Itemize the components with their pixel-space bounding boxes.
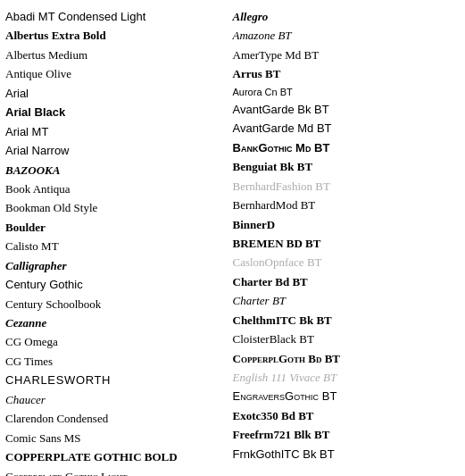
- font-item[interactable]: CloisterBlack BT: [233, 330, 453, 348]
- font-item[interactable]: Clarendon Condensed: [5, 409, 226, 428]
- font-item[interactable]: ChelthmITC Bk BT: [233, 311, 453, 330]
- font-item[interactable]: CaslonOpnface BT: [233, 253, 453, 271]
- font-item[interactable]: CG Times: [5, 352, 226, 371]
- font-item[interactable]: Arial: [5, 84, 226, 103]
- font-item[interactable]: AmerType Md BT: [233, 46, 453, 64]
- font-item[interactable]: Albertus Extra Bold: [5, 26, 226, 45]
- font-item[interactable]: CopperplGoth Bd BT: [233, 349, 453, 368]
- font-item[interactable]: BankGothic Md BT: [233, 138, 453, 157]
- font-item[interactable]: Arial Black: [5, 103, 226, 121]
- font-item[interactable]: Amazone BT: [233, 26, 453, 45]
- font-list-container: Abadi MT Condensed LightAlbertus Extra B…: [5, 7, 460, 476]
- font-item[interactable]: Chaucer: [5, 390, 226, 409]
- font-item[interactable]: AvantGarde Md BT: [233, 119, 453, 138]
- font-item[interactable]: Comic Sans MS: [5, 429, 226, 447]
- font-item[interactable]: Copperplate Gothic Light: [5, 467, 226, 477]
- font-item[interactable]: Benguiat Bk BT: [233, 157, 453, 176]
- font-item[interactable]: BinnerD: [233, 215, 453, 234]
- font-item[interactable]: BREMEN BD BT: [233, 234, 453, 253]
- font-item[interactable]: Charter Bd BT: [233, 272, 453, 291]
- font-item[interactable]: EngraversGothic BT: [233, 387, 453, 405]
- font-item[interactable]: Boulder: [5, 218, 226, 237]
- font-item[interactable]: COPPERPLATE GOTHIC BOLD: [5, 447, 226, 466]
- font-item[interactable]: Arial MT: [5, 122, 226, 141]
- font-item[interactable]: BernhardMod BT: [233, 196, 453, 214]
- font-column-left: Abadi MT Condensed LightAlbertus Extra B…: [5, 7, 233, 476]
- font-item[interactable]: Exotc350 Bd BT: [233, 406, 453, 425]
- font-item[interactable]: Calisto MT: [5, 237, 226, 255]
- font-item[interactable]: BernhardFashion BT: [233, 177, 453, 196]
- font-item[interactable]: CHARLESWORTH: [5, 371, 226, 389]
- font-item[interactable]: English 111 Vivace BT: [233, 368, 453, 387]
- font-item[interactable]: FrnkGothITC Bk BT: [233, 445, 453, 463]
- font-item[interactable]: Cezanne: [5, 313, 226, 332]
- font-item[interactable]: Antique Olive: [5, 64, 226, 83]
- font-item[interactable]: BAZOOKA: [5, 161, 226, 180]
- font-item[interactable]: Aurora Cn BT: [233, 84, 453, 100]
- font-item[interactable]: Calligrapher: [5, 256, 226, 275]
- font-item[interactable]: Bookman Old Style: [5, 198, 226, 217]
- font-item[interactable]: AvantGarde Bk BT: [233, 100, 453, 119]
- font-item[interactable]: Century Schoolbook: [5, 295, 226, 313]
- font-item[interactable]: Allegro: [233, 7, 453, 26]
- font-item[interactable]: Freefrm721 Blk BT: [233, 425, 453, 444]
- font-item[interactable]: Arial Narrow: [5, 141, 226, 160]
- font-item[interactable]: Charter BT: [233, 291, 453, 310]
- font-item[interactable]: Arrus BT: [233, 64, 453, 83]
- font-item[interactable]: Abadi MT Condensed Light: [5, 7, 226, 26]
- font-column-right: AllegroAmazone BTAmerType Md BTArrus BTA…: [233, 7, 461, 476]
- font-item[interactable]: Century Gothic: [5, 275, 226, 294]
- font-item[interactable]: Albertus Medium: [5, 46, 226, 64]
- font-item[interactable]: Book Antiqua: [5, 180, 226, 198]
- font-item[interactable]: CG Omega: [5, 332, 226, 351]
